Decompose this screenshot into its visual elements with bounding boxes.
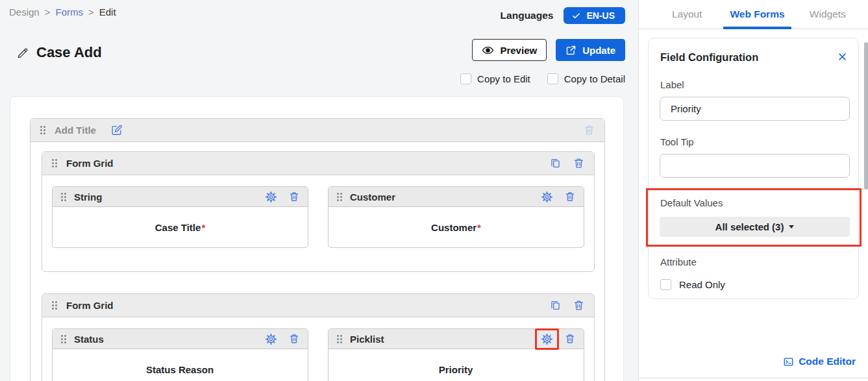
- drag-handle-dots-icon[interactable]: [60, 192, 67, 202]
- label-field-label: Label: [660, 79, 684, 90]
- form-section: Add Title Form Grid: [30, 118, 605, 381]
- copy-to-detail-option: Copy to Detail: [547, 73, 625, 84]
- form-grid-2: Form Grid Status: [42, 293, 595, 381]
- breadcrumb-separator: >: [45, 6, 51, 18]
- gear-icon[interactable]: [541, 191, 553, 203]
- read-only-option: Read Only: [660, 279, 725, 290]
- grid-title: Form Grid: [66, 300, 114, 311]
- grid-header: Form Grid: [42, 152, 594, 175]
- tab-widgets[interactable]: Widgets: [793, 0, 863, 29]
- drag-handle-dots-icon[interactable]: [51, 301, 58, 310]
- highlight-box: [535, 328, 559, 350]
- required-mark: *: [477, 222, 481, 233]
- update-button[interactable]: Update: [556, 39, 625, 61]
- trash-icon[interactable]: [288, 333, 300, 345]
- code-editor-link[interactable]: Code Editor: [783, 356, 856, 367]
- breadcrumb-design[interactable]: Design: [9, 6, 40, 18]
- form-designer-app: Design > Forms > Edit Languages EN-US Ca…: [0, 0, 868, 381]
- terminal-window-icon: [783, 356, 794, 367]
- page-title-row: Case Add: [17, 44, 102, 61]
- trash-icon[interactable]: [288, 191, 300, 203]
- section-body: Form Grid String: [31, 142, 604, 381]
- page-title: Case Add: [36, 44, 102, 61]
- grid-body: String Case Title *: [42, 175, 594, 271]
- field-card-customer: Customer Customer *: [328, 186, 584, 248]
- breadcrumb-forms[interactable]: Forms: [55, 6, 83, 18]
- gear-icon[interactable]: [265, 333, 277, 345]
- drag-handle-dots-icon[interactable]: [51, 158, 58, 168]
- code-editor-label: Code Editor: [799, 356, 856, 367]
- action-buttons: Preview Update: [472, 39, 625, 61]
- field-label: Customer: [431, 222, 477, 233]
- section-header: Add Title: [31, 119, 604, 142]
- drag-handle-dots-icon[interactable]: [60, 334, 67, 344]
- tooltip-field-label: Tool Tip: [660, 136, 694, 147]
- panel-scrollbar-thumb[interactable]: [864, 42, 868, 190]
- field-card-status: Status Status Reason: [52, 328, 308, 381]
- drag-handle-dots-icon[interactable]: [40, 125, 46, 135]
- field-label: Status Reason: [146, 364, 214, 375]
- section-title: Add Title: [55, 125, 96, 136]
- label-input[interactable]: [660, 97, 850, 121]
- breadcrumb-edit: Edit: [99, 6, 116, 18]
- field-preview: Priority: [329, 349, 584, 381]
- copy-to-detail-label: Copy to Detail: [564, 73, 625, 84]
- language-badge[interactable]: EN-US: [564, 7, 625, 24]
- attribute-label: Attribute: [660, 256, 697, 267]
- copy-icon[interactable]: [549, 299, 562, 312]
- close-icon[interactable]: [837, 52, 847, 62]
- language-row: Languages EN-US: [501, 7, 625, 24]
- field-header: String: [53, 187, 308, 207]
- field-type-label: Status: [74, 334, 104, 345]
- field-type-label: Picklist: [350, 334, 384, 345]
- field-header: Picklist: [329, 329, 584, 349]
- grid-title: Form Grid: [66, 158, 114, 169]
- copy-options-row: Copy to Edit Copy to Detail: [460, 73, 625, 84]
- check-icon: [572, 12, 580, 20]
- pencil-icon[interactable]: [17, 47, 29, 59]
- drag-handle-dots-icon[interactable]: [336, 334, 343, 344]
- grid-body: Status Status Reason: [42, 317, 594, 381]
- field-label: Case Title: [155, 222, 201, 233]
- required-mark: *: [201, 222, 205, 233]
- grid-header: Form Grid: [42, 294, 594, 317]
- chevron-down-icon: [789, 225, 794, 228]
- copy-to-edit-option: Copy to Edit: [460, 73, 530, 84]
- copy-icon[interactable]: [549, 157, 562, 169]
- tooltip-input[interactable]: [660, 154, 850, 178]
- tab-layout[interactable]: Layout: [652, 0, 722, 29]
- field-label: Priority: [439, 364, 473, 375]
- gear-icon[interactable]: [265, 191, 277, 203]
- trash-icon[interactable]: [573, 299, 585, 312]
- field-preview: Status Reason: [53, 349, 308, 381]
- trash-icon[interactable]: [564, 191, 576, 203]
- trash-icon[interactable]: [583, 124, 595, 136]
- designer-region: Design > Forms > Edit Languages EN-US Ca…: [0, 0, 638, 381]
- field-type-label: String: [74, 191, 102, 203]
- breadcrumb-separator: >: [88, 6, 94, 18]
- languages-label: Languages: [501, 10, 554, 21]
- tab-web-forms[interactable]: Web Forms: [722, 0, 792, 29]
- drag-handle-dots-icon[interactable]: [336, 192, 343, 202]
- update-button-label: Update: [582, 45, 615, 56]
- field-header: Customer: [329, 187, 584, 207]
- read-only-checkbox[interactable]: [660, 279, 671, 290]
- copy-to-edit-checkbox[interactable]: [460, 73, 471, 84]
- default-values-dropdown-label: All selected (3): [715, 221, 784, 232]
- external-link-icon: [565, 45, 577, 56]
- breadcrumb: Design > Forms > Edit: [9, 6, 116, 18]
- default-values-dropdown[interactable]: All selected (3): [660, 217, 850, 237]
- eye-icon: [482, 44, 494, 56]
- edit-square-icon[interactable]: [110, 124, 123, 136]
- field-card-string: String Case Title *: [52, 186, 308, 248]
- field-type-label: Customer: [350, 191, 395, 203]
- preview-button[interactable]: Preview: [472, 39, 547, 61]
- preview-button-label: Preview: [500, 45, 537, 56]
- trash-icon[interactable]: [564, 333, 576, 345]
- field-preview: Case Title *: [53, 207, 308, 247]
- field-configuration-title: Field Configuration: [660, 51, 758, 64]
- trash-icon[interactable]: [573, 157, 585, 169]
- form-canvas: Add Title Form Grid: [10, 96, 624, 381]
- copy-to-detail-checkbox[interactable]: [547, 73, 558, 84]
- language-badge-label: EN-US: [586, 10, 615, 21]
